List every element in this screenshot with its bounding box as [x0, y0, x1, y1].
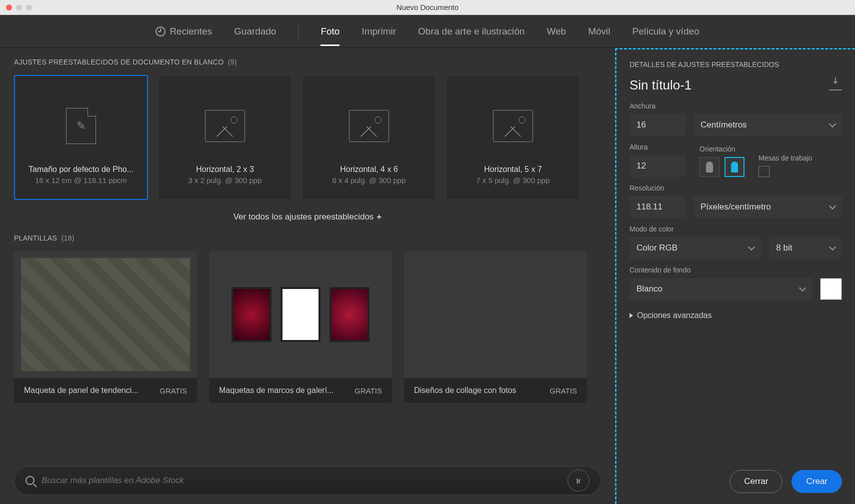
- template-card[interactable]: Maquetas de marcos de galerí...GRATIS: [209, 251, 392, 403]
- template-card[interactable]: Maqueta de panel de tendenci...GRATIS: [14, 251, 197, 403]
- create-button[interactable]: Crear: [792, 470, 842, 493]
- colormode-select[interactable]: Color RGB: [630, 237, 761, 259]
- close-button[interactable]: Cerrar: [730, 470, 782, 493]
- tab-film[interactable]: Película y vídeo: [632, 17, 699, 46]
- template-thumbnail: [209, 251, 392, 378]
- bitdepth-select[interactable]: 8 bit: [769, 237, 842, 259]
- template-name: Diseños de collage con fotos: [414, 386, 516, 395]
- resolution-label: Resolución: [630, 184, 842, 192]
- template-price: GRATIS: [160, 386, 187, 395]
- search-icon: [26, 476, 34, 485]
- plus-icon: +: [376, 212, 382, 222]
- preset-name: Horizontal, 4 x 6: [340, 165, 398, 174]
- preset-name: Horizontal, 2 x 3: [196, 165, 254, 174]
- chevron-down-icon: [748, 244, 755, 250]
- image-icon: [493, 110, 533, 142]
- template-thumbnail: [404, 251, 587, 378]
- units-select[interactable]: Centímetros: [694, 114, 842, 136]
- background-label: Contenido de fondo: [630, 266, 842, 274]
- orientation-label: Orientación: [700, 145, 744, 153]
- template-name: Maqueta de panel de tendenci...: [24, 386, 138, 395]
- preset-details-panel: DETALLES DE AJUSTES PREESTABLECIDOS Sin …: [615, 48, 855, 504]
- background-color-swatch[interactable]: [820, 278, 842, 300]
- template-price: GRATIS: [354, 386, 382, 395]
- tab-saved[interactable]: Guardado: [234, 17, 276, 46]
- window-controls[interactable]: [6, 4, 32, 10]
- category-tabs: Recientes Guardado Foto Imprimir Obra de…: [0, 15, 855, 48]
- preset-default-photoshop[interactable]: ✎ Tamaño por defecto de Pho... 16 x 12 c…: [14, 75, 148, 200]
- search-go-button[interactable]: Ir: [568, 470, 590, 492]
- width-label: Anchura: [630, 102, 842, 110]
- resolution-units-select[interactable]: Píxeles/centímetro: [694, 196, 842, 218]
- chevron-down-icon: [829, 244, 836, 250]
- titlebar: Nuevo Documento: [0, 0, 855, 15]
- stock-search-bar[interactable]: Ir: [14, 466, 601, 495]
- template-thumbnail: [14, 251, 197, 378]
- preset-dimensions: 3 x 2 pulg. @ 300 ppp: [188, 176, 262, 184]
- download-preset-icon[interactable]: [829, 80, 842, 90]
- preset-name: Tamaño por defecto de Pho...: [28, 165, 134, 174]
- preset-dimensions: 6 x 4 pulg. @ 300 ppp: [332, 176, 406, 184]
- chevron-down-icon: [829, 120, 836, 128]
- close-window-icon[interactable]: [6, 4, 12, 10]
- templates-heading: PLANTILLAS (18): [14, 234, 601, 242]
- height-label: Altura: [630, 143, 686, 151]
- height-input[interactable]: 12: [630, 155, 686, 177]
- tab-mobile[interactable]: Móvil: [588, 17, 610, 46]
- maximize-window-icon[interactable]: [26, 4, 32, 10]
- chevron-down-icon: [829, 202, 836, 210]
- content-pane: AJUSTES PREESTABLECIDOS DE DOCUMENTO EN …: [0, 48, 615, 504]
- panel-heading: DETALLES DE AJUSTES PREESTABLECIDOS: [630, 60, 842, 68]
- minimize-window-icon[interactable]: [16, 4, 22, 10]
- document-icon: ✎: [66, 108, 96, 144]
- tab-divider: [298, 23, 298, 40]
- chevron-down-icon: [799, 284, 806, 292]
- clock-icon: [156, 26, 166, 36]
- preset-name: Horizontal, 5 x 7: [484, 165, 542, 174]
- advanced-options-toggle[interactable]: Opciones avanzadas: [630, 311, 842, 320]
- preset-landscape-5x7[interactable]: Horizontal, 5 x 7 7 x 5 pulg. @ 300 ppp: [446, 75, 580, 200]
- tab-photo[interactable]: Foto: [320, 17, 340, 46]
- tab-art[interactable]: Obra de arte e ilustración: [418, 17, 524, 46]
- document-name-input[interactable]: Sin título-1: [630, 78, 692, 93]
- resolution-input[interactable]: 118.11: [630, 196, 686, 218]
- background-select[interactable]: Blanco: [630, 278, 812, 300]
- preset-dimensions: 16 x 12 cm @ 118.11 ppcm: [35, 176, 127, 184]
- presets-heading: AJUSTES PREESTABLECIDOS DE DOCUMENTO EN …: [14, 58, 601, 66]
- image-icon: [205, 110, 245, 142]
- view-all-presets[interactable]: Ver todos los ajustes preestablecidos+: [14, 212, 601, 222]
- width-input[interactable]: 16: [630, 114, 686, 136]
- template-price: GRATIS: [550, 386, 577, 395]
- disclosure-triangle-icon: [630, 313, 633, 318]
- artboards-label: Mesas de trabajo: [758, 154, 812, 162]
- tab-recent[interactable]: Recientes: [156, 17, 212, 46]
- window-title: Nuevo Documento: [396, 3, 458, 12]
- tab-web[interactable]: Web: [546, 17, 566, 46]
- search-input[interactable]: [42, 476, 560, 486]
- template-card[interactable]: Diseños de collage con fotosGRATIS: [404, 251, 587, 403]
- orientation-landscape-button[interactable]: [724, 157, 744, 177]
- colormode-label: Modo de color: [630, 225, 842, 233]
- image-icon: [349, 110, 389, 142]
- tab-print[interactable]: Imprimir: [362, 17, 396, 46]
- preset-landscape-2x3[interactable]: Horizontal, 2 x 3 3 x 2 pulg. @ 300 ppp: [158, 75, 292, 200]
- orientation-portrait-button[interactable]: [700, 157, 720, 177]
- preset-dimensions: 7 x 5 pulg. @ 300 ppp: [476, 176, 550, 184]
- template-name: Maquetas de marcos de galerí...: [219, 386, 334, 395]
- preset-landscape-4x6[interactable]: Horizontal, 4 x 6 6 x 4 pulg. @ 300 ppp: [302, 75, 436, 200]
- artboards-checkbox[interactable]: [758, 166, 770, 177]
